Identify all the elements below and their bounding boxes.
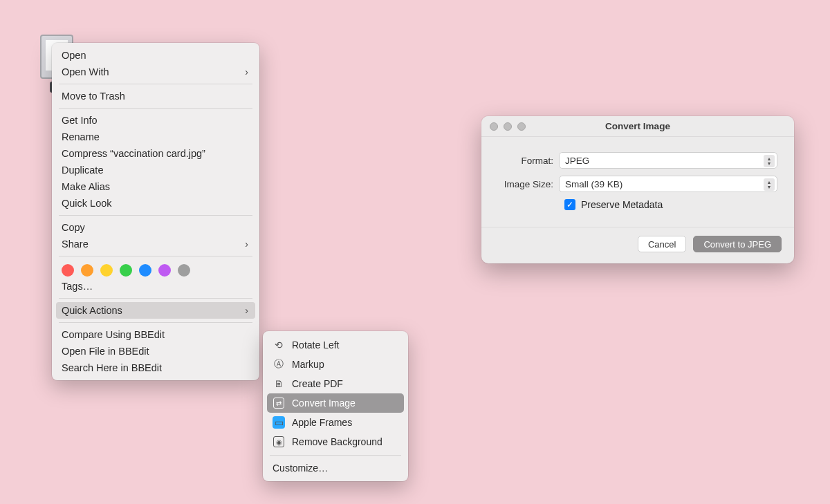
menu-open-with[interactable]: Open With › bbox=[52, 64, 259, 80]
menu-quick-actions[interactable]: Quick Actions › bbox=[56, 302, 255, 319]
submenu-convert-image-label: Convert Image bbox=[292, 398, 356, 409]
format-value: JPEG bbox=[565, 156, 589, 166]
tag-green[interactable] bbox=[120, 264, 132, 277]
menu-search-here-bbedit-label: Search Here in BBEdit bbox=[62, 362, 162, 373]
image-size-label: Image Size: bbox=[498, 179, 559, 189]
separator bbox=[59, 322, 252, 323]
format-label: Format: bbox=[498, 156, 559, 166]
submenu-apple-frames[interactable]: ▭ Apple Frames bbox=[263, 413, 408, 432]
chevron-right-icon: › bbox=[245, 239, 248, 250]
submenu-create-pdf[interactable]: 🗎 Create PDF bbox=[263, 374, 408, 393]
menu-compress[interactable]: Compress “vaccination card.jpg” bbox=[52, 145, 259, 162]
separator bbox=[59, 256, 252, 256]
convert-image-dialog: Convert Image Format: JPEG ▲▼ Image Size… bbox=[481, 116, 794, 263]
updown-stepper-icon: ▲▼ bbox=[764, 178, 775, 191]
document-icon: 🗎 bbox=[273, 377, 285, 390]
chevron-right-icon: › bbox=[245, 305, 248, 316]
menu-open-file-bbedit[interactable]: Open File in BBEdit bbox=[52, 343, 259, 360]
convert-to-jpeg-button[interactable]: Convert to JPEG bbox=[693, 236, 782, 252]
cancel-button-label: Cancel bbox=[648, 239, 676, 250]
menu-make-alias[interactable]: Make Alias bbox=[52, 178, 259, 195]
chevron-right-icon: › bbox=[245, 66, 248, 77]
dialog-title: Convert Image bbox=[481, 121, 794, 131]
image-size-select[interactable]: Small (39 KB) ▲▼ bbox=[559, 176, 777, 192]
menu-duplicate[interactable]: Duplicate bbox=[52, 162, 259, 178]
tag-yellow[interactable] bbox=[100, 264, 113, 277]
submenu-customize[interactable]: Customize… bbox=[263, 459, 408, 477]
menu-get-info[interactable]: Get Info bbox=[52, 112, 259, 129]
submenu-remove-background-label: Remove Background bbox=[292, 436, 382, 447]
tag-color-row bbox=[52, 260, 259, 278]
menu-open-with-label: Open With bbox=[62, 66, 109, 77]
separator bbox=[59, 298, 252, 299]
separator bbox=[59, 84, 252, 84]
menu-get-info-label: Get Info bbox=[62, 115, 98, 126]
context-menu: Open Open With › Move to Trash Get Info … bbox=[52, 43, 259, 380]
menu-make-alias-label: Make Alias bbox=[62, 181, 110, 192]
menu-open[interactable]: Open bbox=[52, 47, 259, 64]
remove-background-icon: ◉ bbox=[273, 436, 285, 448]
submenu-customize-label: Customize… bbox=[273, 463, 328, 474]
image-size-value: Small (39 KB) bbox=[565, 179, 622, 189]
menu-open-file-bbedit-label: Open File in BBEdit bbox=[62, 346, 149, 357]
tag-blue[interactable] bbox=[139, 264, 151, 277]
menu-quick-look-label: Quick Look bbox=[62, 198, 112, 209]
tag-gray[interactable] bbox=[178, 264, 190, 277]
menu-rename[interactable]: Rename bbox=[52, 129, 259, 145]
rotate-left-icon: ⟲ bbox=[273, 339, 285, 351]
dialog-titlebar: Convert Image bbox=[481, 116, 794, 137]
submenu-convert-image[interactable]: ⇄ Convert Image bbox=[267, 393, 404, 413]
menu-search-here-bbedit[interactable]: Search Here in BBEdit bbox=[52, 360, 259, 376]
menu-rename-label: Rename bbox=[62, 131, 100, 142]
updown-stepper-icon: ▲▼ bbox=[764, 155, 775, 167]
separator bbox=[270, 455, 401, 456]
convert-button-label: Convert to JPEG bbox=[703, 239, 771, 250]
quick-actions-submenu: ⟲ Rotate Left Ⓐ Markup 🗎 Create PDF ⇄ Co… bbox=[263, 331, 408, 481]
menu-open-label: Open bbox=[62, 50, 86, 61]
submenu-apple-frames-label: Apple Frames bbox=[292, 417, 352, 428]
menu-quick-look[interactable]: Quick Look bbox=[52, 195, 259, 212]
tag-orange[interactable] bbox=[81, 264, 93, 277]
menu-copy[interactable]: Copy bbox=[52, 219, 259, 236]
menu-tags-label: Tags… bbox=[62, 281, 93, 292]
separator bbox=[59, 108, 252, 109]
markup-icon: Ⓐ bbox=[273, 358, 285, 371]
menu-tags[interactable]: Tags… bbox=[52, 278, 259, 295]
preserve-metadata-checkbox[interactable]: ✓ bbox=[564, 199, 575, 210]
separator bbox=[59, 215, 252, 216]
submenu-create-pdf-label: Create PDF bbox=[292, 378, 343, 389]
menu-move-to-trash[interactable]: Move to Trash bbox=[52, 88, 259, 104]
submenu-remove-background[interactable]: ◉ Remove Background bbox=[263, 432, 408, 451]
submenu-markup[interactable]: Ⓐ Markup bbox=[263, 355, 408, 374]
submenu-rotate-left[interactable]: ⟲ Rotate Left bbox=[263, 335, 408, 355]
preserve-metadata-label: Preserve Metadata bbox=[581, 199, 663, 210]
menu-copy-label: Copy bbox=[62, 222, 85, 233]
menu-duplicate-label: Duplicate bbox=[62, 165, 103, 176]
menu-share[interactable]: Share › bbox=[52, 236, 259, 252]
menu-compare-bbedit-label: Compare Using BBEdit bbox=[62, 329, 165, 340]
convert-image-icon: ⇄ bbox=[273, 397, 285, 409]
tag-purple[interactable] bbox=[158, 264, 171, 277]
menu-compress-label: Compress “vaccination card.jpg” bbox=[62, 148, 205, 159]
submenu-rotate-left-label: Rotate Left bbox=[292, 339, 340, 351]
menu-share-label: Share bbox=[62, 239, 89, 250]
tag-red[interactable] bbox=[62, 264, 74, 277]
submenu-markup-label: Markup bbox=[292, 359, 324, 370]
menu-compare-bbedit[interactable]: Compare Using BBEdit bbox=[52, 326, 259, 343]
menu-move-to-trash-label: Move to Trash bbox=[62, 91, 125, 102]
menu-quick-actions-label: Quick Actions bbox=[62, 305, 122, 316]
apple-frames-icon: ▭ bbox=[273, 416, 285, 429]
cancel-button[interactable]: Cancel bbox=[638, 236, 686, 252]
format-select[interactable]: JPEG ▲▼ bbox=[559, 152, 777, 169]
